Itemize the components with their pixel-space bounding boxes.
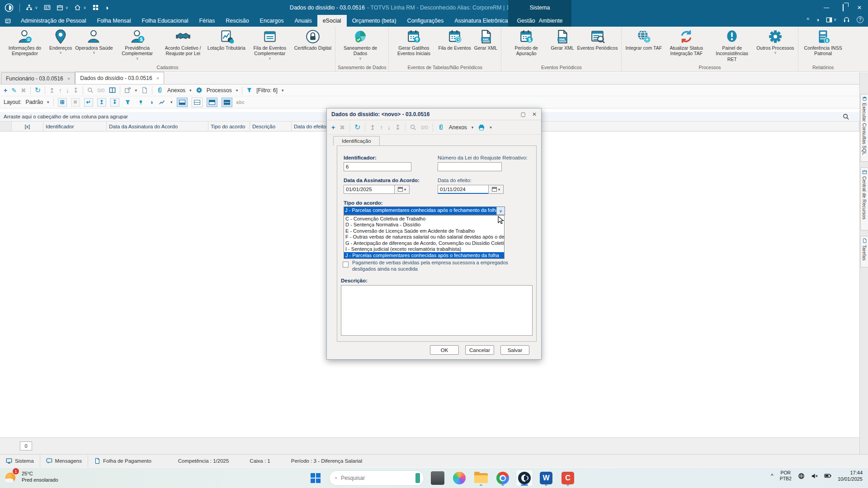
- menu-item-administracao[interactable]: Administração de Pessoal: [15, 15, 92, 27]
- dock-tab-tarefas[interactable]: Tarefas: [860, 236, 868, 267]
- app-word[interactable]: W: [538, 470, 554, 486]
- ribbon-btn-atualizar-status-taf[interactable]: Atualizar Status Integração TAF: [664, 28, 709, 57]
- doc-tab-funcionario[interactable]: Funcionário - 03.0.0516 ×: [1, 72, 75, 84]
- layout-apply-button[interactable]: ↵: [84, 98, 93, 107]
- ribbon-btn-gerar-xml-2[interactable]: Gerar XML: [549, 28, 575, 52]
- ribbon-btn-integrar-taf[interactable]: Integrar com TAF: [624, 28, 663, 52]
- id-card-icon[interactable]: [44, 4, 51, 11]
- menu-item-folha-mensal[interactable]: Folha Mensal: [92, 15, 137, 27]
- print-icon[interactable]: [478, 124, 485, 131]
- search-highlight-image[interactable]: [415, 472, 421, 484]
- filter-icon[interactable]: [246, 87, 252, 93]
- menu-hamburger-icon[interactable]: [0, 15, 15, 27]
- workspace-icon[interactable]: [26, 4, 33, 11]
- minimize-button[interactable]: —: [824, 5, 829, 11]
- app-file-explorer[interactable]: [473, 470, 489, 486]
- last-record-button[interactable]: ↧: [395, 124, 401, 131]
- chevron-down-icon[interactable]: ▾: [189, 88, 192, 93]
- battery-icon[interactable]: [824, 472, 831, 479]
- row-selector-header[interactable]: [0, 122, 12, 131]
- restore-button[interactable]: [843, 5, 844, 11]
- dialog-close-button[interactable]: ✕: [532, 111, 537, 117]
- anexos-button[interactable]: Anexos: [449, 124, 467, 131]
- save-button[interactable]: Salvar: [500, 345, 529, 355]
- close-button[interactable]: ✕: [857, 5, 862, 11]
- paperclip-icon[interactable]: [156, 87, 163, 94]
- app-totvs[interactable]: [516, 470, 533, 486]
- column-header-data-efeito[interactable]: Data do efeito: [292, 122, 330, 131]
- ribbon-btn-periodo-apuracao[interactable]: Período de Apuração: [504, 28, 549, 57]
- ribbon-btn-fila-eventos-complementar[interactable]: Fila de Eventos Complementar∨: [247, 28, 292, 61]
- network-globe-icon[interactable]: [798, 473, 805, 479]
- view-toggle-split[interactable]: [192, 98, 203, 107]
- grid-search-icon[interactable]: [843, 113, 849, 120]
- delete-record-button[interactable]: ✖: [340, 124, 345, 131]
- dropdown-option-g[interactable]: G - Antecipação de diferenças de Acordo,…: [344, 240, 504, 246]
- add-record-button[interactable]: +: [331, 124, 335, 131]
- doc-tab-dados-dissidio[interactable]: Dados do dissídio - 03.0.0516 ×: [75, 72, 164, 84]
- statusbar-sistema[interactable]: Sistema: [0, 455, 40, 467]
- view-toggle-detail-bottom[interactable]: [177, 98, 188, 107]
- home-icon[interactable]: [74, 4, 81, 11]
- page-indicator[interactable]: 0: [20, 441, 32, 450]
- view-toggle-detail-top[interactable]: [207, 98, 217, 107]
- ribbon-btn-gerar-gatilhos[interactable]: Gerar Gatilhos Eventos Iniciais: [391, 28, 436, 57]
- view-toggle-rows[interactable]: [222, 98, 232, 107]
- data-efeito-field[interactable]: ▾: [438, 185, 504, 194]
- chevron-down-icon[interactable]: ∨: [66, 5, 69, 10]
- app-camtasia[interactable]: C: [560, 470, 576, 486]
- prev-record-button[interactable]: ↑: [59, 87, 62, 94]
- menu-item-ambiente[interactable]: Ambiente: [539, 18, 563, 24]
- column-header-data-assinatura[interactable]: Data da Assinatura do Acordo: [107, 122, 208, 131]
- support-headset-icon[interactable]: [843, 16, 850, 23]
- prev-record-button[interactable]: ↑: [380, 124, 383, 131]
- descricao-textarea[interactable]: [341, 285, 533, 336]
- chevron-down-icon[interactable]: ∨: [35, 5, 38, 10]
- keypad-icon[interactable]: [92, 4, 99, 11]
- next-record-button[interactable]: ↓: [387, 124, 391, 131]
- chevron-down-icon[interactable]: ▾: [47, 100, 49, 104]
- ribbon-btn-lotacao-tributaria[interactable]: Lotação Tributária: [206, 28, 247, 52]
- column-header-x[interactable]: [x]: [12, 122, 43, 131]
- chevron-down-icon[interactable]: ▾: [236, 88, 238, 93]
- chart-icon[interactable]: [159, 99, 165, 105]
- data-efeito-input[interactable]: [438, 185, 488, 194]
- first-record-button[interactable]: ↥: [370, 124, 375, 131]
- calendar-dropdown-button[interactable]: ▾: [394, 185, 410, 194]
- tab-identificacao[interactable]: Identificação: [333, 136, 380, 145]
- dock-tab-central-recursos[interactable]: Central de Recursos: [860, 167, 868, 230]
- menu-item-ferias[interactable]: Férias: [193, 15, 220, 27]
- ribbon-btn-eventos-periodicos[interactable]: Eventos Periódicos: [576, 28, 619, 52]
- dropdown-option-f[interactable]: F - Outras verbas de natureza salarial o…: [344, 234, 504, 240]
- add-record-button[interactable]: +: [4, 87, 7, 94]
- column-header-descricao[interactable]: Descrição: [250, 122, 292, 131]
- delete-record-button[interactable]: ✖: [21, 87, 26, 94]
- identificador-field[interactable]: [344, 162, 411, 171]
- combobox-dropdown-button[interactable]: ∨: [496, 207, 505, 215]
- refresh-button[interactable]: ↻: [35, 87, 41, 94]
- menu-item-rescisao[interactable]: Rescisão: [220, 15, 254, 27]
- package-icon[interactable]: [57, 4, 63, 11]
- ribbon-btn-conferencia-inss[interactable]: Conferência INSS Patronal: [801, 28, 846, 57]
- layout-panel-button[interactable]: ∨: [826, 17, 836, 23]
- theme-contrast-icon[interactable]: ◑: [105, 4, 108, 11]
- column-header-tipo-acordo[interactable]: Tipo do acordo: [208, 122, 250, 131]
- ribbon-btn-acordo-coletivo[interactable]: Acordo Coletivo / Reajuste por Lei: [160, 28, 206, 57]
- search-input[interactable]: [341, 475, 411, 481]
- dropdown-option-e[interactable]: E - Conversão de Licença Saúde em Aciden…: [344, 228, 504, 234]
- checkbox[interactable]: [343, 262, 349, 267]
- app-chrome[interactable]: [495, 470, 511, 486]
- dropdown-option-j[interactable]: J - Parcelas complementares conhecidas a…: [344, 252, 504, 258]
- refresh-button[interactable]: ↻: [354, 124, 360, 131]
- clock[interactable]: 17:44 10/01/2025: [838, 469, 863, 483]
- app-copilot[interactable]: [451, 470, 467, 486]
- menu-item-encargos[interactable]: Encargos: [255, 15, 289, 27]
- column-header-identificador[interactable]: Identificador: [43, 122, 107, 131]
- dialog-maximize-button[interactable]: ▢: [521, 111, 526, 117]
- layout-export-button[interactable]: ↥: [97, 98, 106, 107]
- menu-item-anuais[interactable]: Anuais: [289, 15, 317, 27]
- funnel-icon[interactable]: [125, 99, 131, 105]
- close-tab-icon[interactable]: ×: [156, 75, 159, 81]
- funnel-pin-icon[interactable]: [138, 99, 144, 105]
- menu-item-folha-educacional[interactable]: Folha Educacional: [137, 15, 194, 27]
